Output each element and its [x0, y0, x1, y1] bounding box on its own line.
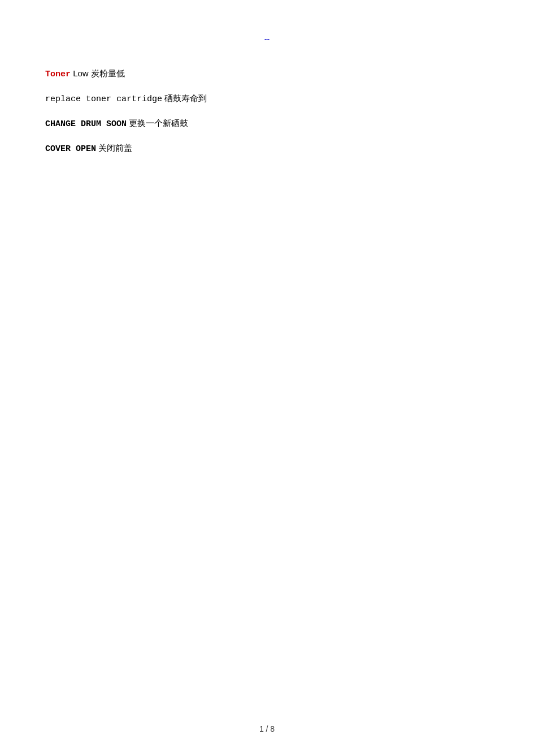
toner-low-chinese: 炭粉量低 — [91, 68, 125, 78]
toner-low-line: Toner Low 炭粉量低 — [45, 67, 489, 81]
cover-open-line: COVER OPEN 关闭前盖 — [45, 141, 489, 156]
change-drum-chinese: 更换一个新硒鼓 — [129, 118, 188, 128]
replace-toner-line: replace toner cartridge 硒鼓寿命到 — [45, 92, 489, 106]
cover-open-chinese: 关闭前盖 — [98, 143, 132, 153]
page-content: -- Toner Low 炭粉量低 replace toner cartridg… — [0, 0, 534, 200]
top-link[interactable]: -- — [264, 34, 270, 44]
message-block: Toner Low 炭粉量低 replace toner cartridge 硒… — [45, 67, 489, 156]
toner-label: Toner — [45, 70, 71, 79]
page-footer: 1 / 8 — [0, 724, 534, 733]
cover-open-english: COVER OPEN — [45, 144, 96, 154]
page-number: 1 / 8 — [259, 724, 275, 733]
top-link-area: -- — [45, 34, 489, 44]
page-container: -- Toner Low 炭粉量低 replace toner cartridg… — [0, 0, 534, 756]
change-drum-english: CHANGE DRUM SOON — [45, 119, 127, 129]
replace-toner-english: replace toner cartridge — [45, 94, 162, 104]
replace-toner-chinese: 硒鼓寿命到 — [164, 93, 207, 103]
toner-low-middle: Low — [73, 68, 91, 78]
change-drum-line: CHANGE DRUM SOON 更换一个新硒鼓 — [45, 116, 489, 131]
